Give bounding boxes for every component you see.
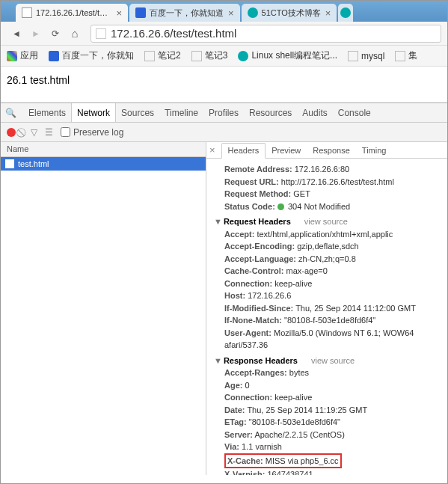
header-value: MISS via php5_6.cc <box>266 456 339 465</box>
triangle-down-icon: ▼ <box>214 356 222 365</box>
view-source-link[interactable]: view source <box>304 217 348 226</box>
bookmark-label: 集 <box>408 49 417 62</box>
close-icon[interactable]: × <box>228 7 234 19</box>
tab-timeline[interactable]: Timeline <box>159 103 203 122</box>
bookmark-item[interactable]: 笔记3 <box>191 49 228 62</box>
header-value: GET <box>293 189 310 198</box>
header-value: Thu, 25 Sep 2014 11:12:00 GMT <box>295 304 416 313</box>
name-column-header[interactable]: Name <box>1 142 206 157</box>
response-headers-section[interactable]: ▼Response Headersview source <box>214 355 440 367</box>
tab-console[interactable]: Console <box>333 103 376 122</box>
header-value: zh-CN,zh;q=0.8 <box>298 254 356 263</box>
browser-tab-2[interactable]: 51CTO技术博客 × <box>242 4 337 22</box>
tab-sources[interactable]: Sources <box>116 103 159 122</box>
tab-response[interactable]: Response <box>307 142 356 158</box>
header-value: keep-alive <box>274 393 312 402</box>
header-value: afari/537.36 <box>224 340 268 349</box>
header-key: Remote Address: <box>224 165 292 174</box>
preserve-log-label: Preserve log <box>73 127 123 138</box>
header-key: Cache-Control: <box>224 266 283 275</box>
header-key: ETag: <box>224 417 247 426</box>
page-icon <box>96 28 106 39</box>
header-value: http://172.16.26.6/test/test.html <box>281 177 394 186</box>
header-value: 0 <box>245 381 250 390</box>
request-details: × Headers Preview Response Timing Remote… <box>206 142 447 475</box>
header-key: Via: <box>224 442 239 451</box>
tab-preview[interactable]: Preview <box>266 142 307 158</box>
header-key: X-Varnish: <box>224 470 265 475</box>
apps-button[interactable]: 应用 <box>7 49 38 62</box>
header-line: If-Modified-Since: Thu, 25 Sep 2014 11:1… <box>224 302 440 315</box>
header-value: 1.1 varnish <box>242 442 282 451</box>
bookmark-item[interactable]: Linux shell编程笔记... <box>238 49 337 62</box>
url-text: 172.16.26.6/test/test.html <box>111 27 236 40</box>
status-dot-icon <box>277 203 284 210</box>
page-icon <box>395 51 405 61</box>
header-key: User-Agent: <box>224 328 271 337</box>
bookmark-item[interactable]: 百度一下，你就知 <box>49 49 134 62</box>
bookmark-label: 百度一下，你就知 <box>62 49 134 62</box>
close-icon[interactable]: × <box>209 144 215 156</box>
header-value: 172.16.26.6 <box>248 291 291 300</box>
header-key: Request URL: <box>224 177 279 186</box>
51cto-icon <box>248 7 258 18</box>
tab-resources[interactable]: Resources <box>244 103 297 122</box>
header-line: Connection: keep-alive <box>224 391 440 404</box>
header-line: ETag: "80108-f-503e1de8fd6f4" <box>224 416 440 429</box>
reload-icon[interactable]: ⟳ <box>49 27 62 40</box>
header-key: Request Method: <box>224 189 291 198</box>
tab-network[interactable]: Network <box>71 103 116 122</box>
navigation-bar: ◄ ► ⟳ ⌂ 172.16.26.6/test/test.html <box>1 22 447 46</box>
header-line: Age: 0 <box>224 379 440 392</box>
baidu-icon <box>135 7 146 18</box>
search-icon[interactable]: 🔍 <box>5 108 17 118</box>
close-icon[interactable]: × <box>116 7 122 19</box>
header-value: keep-alive <box>274 279 312 288</box>
address-bar[interactable]: 172.16.26.6/test/test.html <box>90 25 441 43</box>
header-key: Age: <box>224 381 242 390</box>
header-line: Accept-Encoding: gzip,deflate,sdch <box>224 240 440 253</box>
browser-tab-0[interactable]: 172.16.26.1/test/test.h × <box>16 4 128 22</box>
tab-audits[interactable]: Audits <box>297 103 332 122</box>
bookmark-item[interactable]: mysql <box>348 51 384 61</box>
network-toolbar: ⃠ ▽ ☰ Preserve log <box>1 123 447 142</box>
devtools-tabs: 🔍 Elements Network Sources Timeline Prof… <box>1 103 447 123</box>
header-line: Accept-Ranges: bytes <box>224 367 440 379</box>
file-icon <box>5 159 14 168</box>
header-value: max-age=0 <box>286 266 328 275</box>
page-icon <box>144 51 155 61</box>
header-line: afari/537.36 <box>224 339 440 352</box>
browser-tab-partial[interactable] <box>338 4 353 22</box>
baidu-icon <box>49 51 59 61</box>
view-source-link[interactable]: view source <box>311 356 355 365</box>
tab-timing[interactable]: Timing <box>356 142 393 158</box>
filter-icon[interactable]: ▽ <box>31 127 37 138</box>
browser-tabs-bar: 172.16.26.1/test/test.h × 百度一下，你就知道 × 51… <box>1 1 447 22</box>
bookmark-item[interactable]: 集 <box>395 49 417 62</box>
request-headers-section[interactable]: ▼Request Headersview source <box>214 215 440 228</box>
detail-tabs: × Headers Preview Response Timing <box>206 142 447 159</box>
header-value: 304 Not Modified <box>288 202 350 211</box>
page-body: 26.1 test.html <box>1 67 447 102</box>
header-key: Host: <box>224 291 245 300</box>
close-icon[interactable]: × <box>325 7 331 19</box>
header-key: Connection: <box>224 393 272 402</box>
header-key: Accept-Language: <box>224 254 296 263</box>
bookmark-item[interactable]: 笔记2 <box>144 49 181 62</box>
tab-elements[interactable]: Elements <box>23 103 71 122</box>
request-row[interactable]: test.html <box>1 157 206 171</box>
header-value: Mozilla/5.0 (Windows NT 6.1; WOW64 <box>274 328 414 337</box>
header-value: "80108-f-503e1de8fd6f4" <box>249 417 340 426</box>
view-icon[interactable]: ☰ <box>45 127 53 138</box>
page-icon <box>348 51 358 61</box>
record-button[interactable] <box>7 128 16 137</box>
preserve-log-checkbox[interactable]: Preserve log <box>61 127 123 138</box>
tab-profiles[interactable]: Profiles <box>203 103 244 122</box>
header-line: Server: Apache/2.2.15 (CentOS) <box>224 429 440 441</box>
back-icon[interactable]: ◄ <box>10 27 23 40</box>
forward-icon[interactable]: ► <box>29 27 43 40</box>
home-icon[interactable]: ⌂ <box>68 27 82 40</box>
tab-headers[interactable]: Headers <box>221 143 266 159</box>
browser-tab-1[interactable]: 百度一下，你就知道 × <box>129 4 240 22</box>
preserve-log-input[interactable] <box>61 127 70 137</box>
